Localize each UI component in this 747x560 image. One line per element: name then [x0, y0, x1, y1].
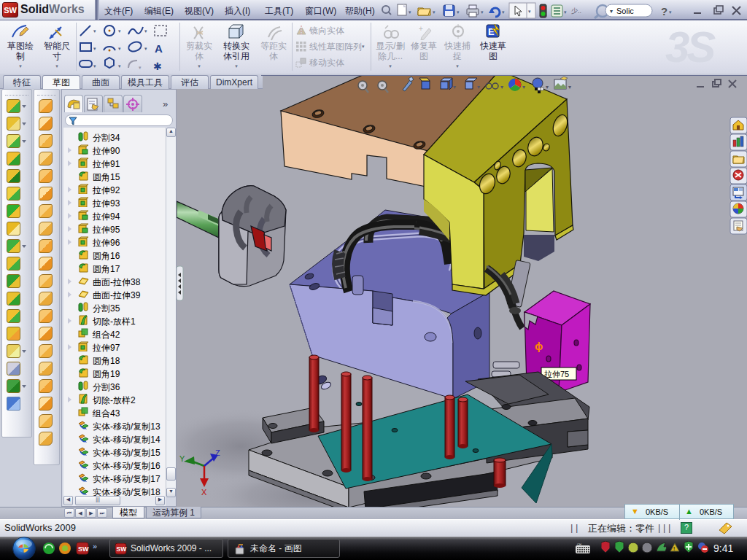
svg-text:▾: ▾: [568, 84, 571, 90]
svg-text:▾: ▾: [93, 28, 96, 34]
svg-text:Z: Z: [215, 448, 220, 457]
svg-text:▾: ▾: [481, 9, 484, 15]
svg-text:E: E: [488, 26, 495, 37]
svg-text:▾: ▾: [409, 9, 411, 15]
svg-text:SW: SW: [78, 545, 89, 553]
svg-text:!: !: [673, 545, 675, 552]
svg-text:?: ?: [661, 5, 667, 18]
svg-text:▾: ▾: [502, 9, 505, 15]
svg-text:少..: 少..: [571, 7, 581, 15]
svg-text:拉伸75: 拉伸75: [544, 370, 569, 378]
svg-text:▾: ▾: [477, 84, 480, 90]
svg-text:▾: ▾: [433, 9, 436, 15]
svg-text:»: »: [93, 542, 97, 551]
svg-text:▾: ▾: [144, 28, 147, 34]
svg-text:Y: Y: [179, 454, 185, 463]
svg-text:✱: ✱: [153, 61, 162, 72]
svg-text:▾: ▾: [118, 63, 121, 69]
svg-text:▾: ▾: [610, 8, 613, 15]
svg-text:Solic: Solic: [616, 7, 634, 15]
svg-text:▾: ▾: [118, 46, 121, 51]
svg-text:CH: CH: [577, 542, 581, 546]
svg-text:▾: ▾: [528, 9, 531, 14]
svg-text:+: +: [419, 25, 423, 33]
svg-text:▾: ▾: [564, 9, 567, 15]
svg-text:A: A: [155, 42, 163, 55]
svg-text:▾: ▾: [669, 9, 672, 15]
svg-text:▾: ▾: [453, 84, 456, 90]
svg-text:SW: SW: [117, 545, 128, 553]
svg-text:▾: ▾: [93, 63, 96, 69]
svg-text:▾: ▾: [546, 84, 549, 90]
svg-text:X: X: [201, 488, 207, 497]
svg-text:▾: ▾: [144, 46, 147, 51]
svg-text:ϕ: ϕ: [535, 340, 543, 352]
svg-text:▾: ▾: [500, 84, 503, 90]
svg-text:▾: ▾: [93, 46, 96, 51]
svg-text:▾: ▾: [522, 84, 525, 90]
svg-text:▾: ▾: [139, 65, 142, 70]
svg-text:▾: ▾: [118, 28, 121, 34]
svg-text:▾: ▾: [457, 9, 460, 15]
